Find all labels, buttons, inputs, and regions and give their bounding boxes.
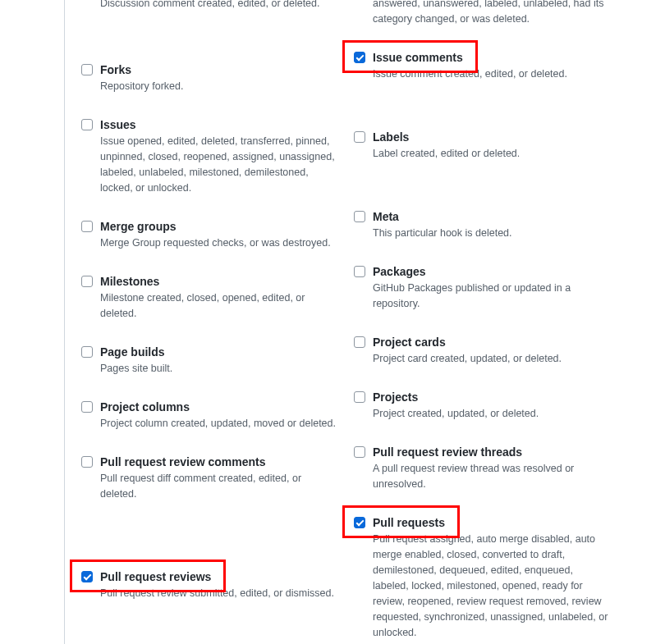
event-desc: GitHub Packages published or updated in … bbox=[373, 281, 611, 312]
checkbox-page-builds[interactable] bbox=[81, 346, 93, 358]
checkbox-pull-request-review-threads[interactable] bbox=[354, 446, 365, 458]
event-row: Pull requests bbox=[354, 515, 615, 530]
event-row: Project cards bbox=[354, 335, 615, 349]
event-item-issues: IssuesIssue opened, edited, deleted, tra… bbox=[81, 114, 342, 216]
event-desc: Project card created, updated, or delete… bbox=[373, 351, 611, 367]
event-label[interactable]: Merge groups bbox=[100, 219, 177, 234]
event-label[interactable]: Milestones bbox=[100, 274, 159, 289]
event-row: Packages bbox=[354, 264, 615, 279]
checkbox-pull-request-review-comments[interactable] bbox=[81, 456, 93, 468]
event-item-packages: PackagesGitHub Packages published or upd… bbox=[354, 261, 615, 331]
event-item-pull-requests: Pull requestsPull request assigned, auto… bbox=[354, 512, 615, 644]
event-label[interactable]: Pull request review comments bbox=[100, 454, 266, 469]
event-row: Page builds bbox=[81, 345, 342, 359]
events-panel: Discussion comment created, edited, or d… bbox=[64, 0, 665, 644]
event-item-meta: MetaThis particular hook is deleted. bbox=[354, 181, 615, 261]
event-item-issue-comments: Issue commentsIssue comment created, edi… bbox=[354, 47, 615, 102]
event-item-pushes: PushesGit push to a repository. bbox=[81, 621, 342, 644]
event-desc: Project column created, updated, moved o… bbox=[100, 416, 338, 432]
event-desc: This particular hook is deleted. bbox=[373, 226, 611, 241]
event-row: Pull request review comments bbox=[81, 454, 342, 469]
event-item-pull-request-review-threads: Pull request review threadsA pull reques… bbox=[354, 441, 615, 512]
event-label[interactable]: Forks bbox=[100, 62, 131, 77]
event-desc: A pull request review thread was resolve… bbox=[373, 461, 611, 492]
event-row: Issue comments bbox=[354, 50, 615, 65]
checkbox-milestones[interactable] bbox=[81, 276, 93, 287]
truncated-desc-left: Discussion comment created, edited, or d… bbox=[100, 0, 338, 31]
event-item-forks: ForksRepository forked. bbox=[81, 31, 342, 114]
events-columns: Discussion comment created, edited, or d… bbox=[81, 0, 665, 644]
event-row: Milestones bbox=[81, 274, 342, 289]
event-label[interactable]: Packages bbox=[373, 264, 426, 279]
checkbox-issues[interactable] bbox=[81, 119, 93, 130]
event-item-labels: LabelsLabel created, edited or deleted. bbox=[354, 102, 615, 181]
event-item-projects: ProjectsProject created, updated, or del… bbox=[354, 386, 615, 441]
event-label[interactable]: Issues bbox=[100, 117, 136, 132]
checkbox-forks[interactable] bbox=[81, 64, 93, 75]
event-label[interactable]: Pull request reviews bbox=[100, 569, 211, 584]
event-desc: Issue comment created, edited, or delete… bbox=[373, 66, 611, 82]
checkbox-merge-groups[interactable] bbox=[81, 221, 93, 232]
checkbox-labels[interactable] bbox=[354, 131, 365, 143]
checkbox-projects[interactable] bbox=[354, 391, 365, 403]
checkbox-pull-request-reviews[interactable] bbox=[81, 571, 93, 582]
event-row: Labels bbox=[354, 130, 615, 144]
events-col-right: answered, unanswered, labeled, unlabeled… bbox=[354, 0, 615, 644]
event-row: Projects bbox=[354, 390, 615, 404]
event-item-pull-request-review-comments: Pull request review commentsPull request… bbox=[81, 451, 342, 522]
event-desc: Pull request review submitted, edited, o… bbox=[100, 586, 338, 601]
event-row: Merge groups bbox=[81, 219, 342, 234]
event-label[interactable]: Labels bbox=[373, 130, 409, 144]
checkbox-pull-requests[interactable] bbox=[354, 517, 365, 528]
event-label[interactable]: Page builds bbox=[100, 345, 165, 359]
event-desc: Pull request diff comment created, edite… bbox=[100, 471, 338, 502]
event-item-page-builds: Page buildsPages site built. bbox=[81, 341, 342, 396]
event-row: Issues bbox=[81, 117, 342, 132]
truncated-desc-right: answered, unanswered, labeled, unlabeled… bbox=[373, 0, 611, 47]
event-item-project-cards: Project cardsProject card created, updat… bbox=[354, 331, 615, 386]
event-item-merge-groups: Merge groupsMerge Group requested checks… bbox=[81, 216, 342, 271]
event-label[interactable]: Issue comments bbox=[373, 50, 463, 65]
event-label[interactable]: Pull request review threads bbox=[373, 445, 522, 459]
checkbox-project-columns[interactable] bbox=[81, 401, 93, 413]
event-row: Pull request reviews bbox=[81, 569, 342, 584]
event-desc: Pull request assigned, auto merge disabl… bbox=[373, 532, 611, 641]
event-row: Forks bbox=[81, 62, 342, 77]
checkbox-meta[interactable] bbox=[354, 211, 365, 222]
event-row: Pull request review threads bbox=[354, 445, 615, 459]
event-desc: Merge Group requested checks, or was des… bbox=[100, 235, 338, 251]
events-col-left: Discussion comment created, edited, or d… bbox=[81, 0, 342, 644]
event-desc: Repository forked. bbox=[100, 79, 338, 94]
checkbox-issue-comments[interactable] bbox=[354, 52, 365, 63]
event-label[interactable]: Meta bbox=[373, 209, 399, 224]
event-desc: Label created, edited or deleted. bbox=[373, 146, 611, 162]
event-desc: Pages site built. bbox=[100, 361, 338, 377]
event-label[interactable]: Project cards bbox=[373, 335, 446, 349]
event-label[interactable]: Pull requests bbox=[373, 515, 445, 530]
checkbox-project-cards[interactable] bbox=[354, 336, 365, 348]
event-desc: Project created, updated, or deleted. bbox=[373, 406, 611, 422]
event-desc: Issue opened, edited, deleted, transferr… bbox=[100, 134, 338, 196]
event-item-milestones: MilestonesMilestone created, closed, ope… bbox=[81, 271, 342, 341]
event-item-pull-request-reviews: Pull request reviewsPull request review … bbox=[81, 522, 342, 621]
event-label[interactable]: Projects bbox=[373, 390, 418, 404]
event-row: Project columns bbox=[81, 400, 342, 414]
event-label[interactable]: Project columns bbox=[100, 400, 190, 414]
checkbox-packages[interactable] bbox=[354, 266, 365, 277]
event-row: Meta bbox=[354, 209, 615, 224]
event-desc: Milestone created, closed, opened, edite… bbox=[100, 290, 338, 322]
event-item-project-columns: Project columnsProject column created, u… bbox=[81, 396, 342, 451]
